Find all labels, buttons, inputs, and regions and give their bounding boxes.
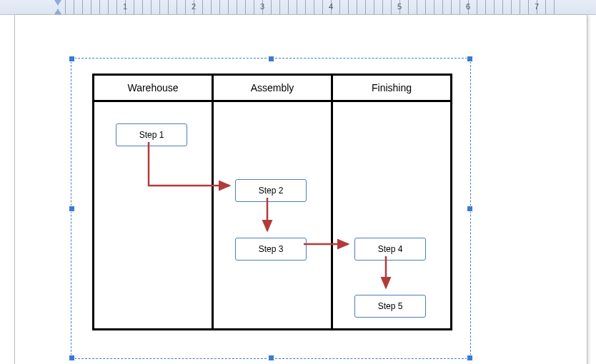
resize-handle-icon[interactable]	[69, 206, 75, 212]
process-step-2[interactable]: Step 2	[235, 179, 307, 202]
resize-handle-icon[interactable]	[467, 56, 473, 62]
ruler-number: 3	[260, 2, 264, 11]
process-step-5[interactable]: Step 5	[354, 295, 426, 318]
step-label: Step 5	[378, 301, 403, 311]
process-step-3[interactable]: Step 3	[235, 238, 307, 261]
indent-marker-top-icon[interactable]	[54, 0, 61, 6]
lane-header-label: Assembly	[251, 82, 294, 93]
indent-marker-bottom-icon[interactable]	[54, 9, 61, 14]
lane-assembly[interactable]: Assembly Step 2 Step 3	[214, 76, 333, 328]
ruler-number: 5	[397, 2, 402, 11]
resize-handle-icon[interactable]	[467, 355, 473, 361]
lane-finishing[interactable]: Finishing Step 4 Step 5	[333, 76, 450, 328]
ruler-number: 1	[123, 2, 127, 11]
lane-header[interactable]: Finishing	[333, 76, 450, 102]
ruler-number: 4	[329, 2, 333, 11]
ruler-number: 6	[466, 2, 470, 11]
lane-header-label: Finishing	[372, 82, 412, 93]
resize-handle-icon[interactable]	[268, 56, 274, 62]
lane-header[interactable]: Assembly	[214, 76, 331, 102]
swimlane-table[interactable]: Warehouse Step 1 Assembly Step 2 Step 3 …	[92, 74, 452, 330]
lane-body[interactable]: Step 4 Step 5	[333, 102, 450, 328]
horizontal-ruler: 1 2 3 4 5 6 7	[0, 0, 596, 15]
lane-header[interactable]: Warehouse	[94, 76, 212, 102]
resize-handle-icon[interactable]	[69, 56, 75, 62]
step-label: Step 3	[259, 244, 284, 254]
lane-body[interactable]: Step 1	[94, 102, 212, 328]
ruler-number: 7	[535, 2, 539, 11]
resize-handle-icon[interactable]	[69, 355, 75, 361]
lane-warehouse[interactable]: Warehouse Step 1	[94, 76, 214, 328]
process-step-4[interactable]: Step 4	[354, 238, 426, 261]
resize-handle-icon[interactable]	[268, 355, 274, 361]
lane-header-label: Warehouse	[127, 82, 178, 93]
step-label: Step 4	[378, 244, 403, 254]
resize-handle-icon[interactable]	[467, 206, 473, 212]
document-page: Warehouse Step 1 Assembly Step 2 Step 3 …	[14, 14, 587, 364]
lane-body[interactable]: Step 2 Step 3	[214, 102, 331, 328]
step-label: Step 1	[139, 130, 164, 140]
process-step-1[interactable]: Step 1	[116, 123, 187, 146]
ruler-number: 2	[192, 2, 196, 11]
step-label: Step 2	[259, 186, 284, 196]
